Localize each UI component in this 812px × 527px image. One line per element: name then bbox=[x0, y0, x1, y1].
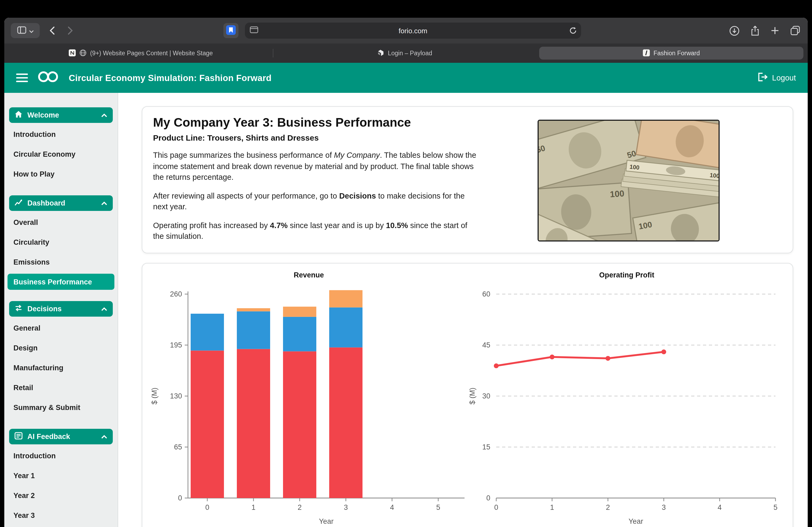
svg-text:130: 130 bbox=[170, 392, 182, 400]
sidebar-item-circular-economy[interactable]: Circular Economy bbox=[4, 144, 118, 164]
sidebar-item-business-performance[interactable]: Business Performance bbox=[8, 274, 114, 290]
app-header: Circular Economy Simulation: Fashion For… bbox=[4, 63, 808, 93]
section-label: Decisions bbox=[27, 305, 62, 313]
sidebar-section-dashboard: Dashboard Overall Circularity Emissions … bbox=[4, 195, 118, 290]
paragraph: Operating profit has increased by 4.7% s… bbox=[153, 220, 477, 242]
svg-text:$ (M): $ (M) bbox=[468, 388, 476, 405]
sidebar-header-dashboard[interactable]: Dashboard bbox=[9, 195, 113, 211]
sidebar-item-year-3[interactable]: Year 3 bbox=[4, 506, 118, 525]
tab-website-pages[interactable]: (9+) Website Pages Content | Website Sta… bbox=[9, 47, 273, 60]
sidebar: Welcome Introduction Circular Economy Ho… bbox=[4, 93, 118, 527]
feedback-icon bbox=[14, 432, 23, 441]
sidebar-header-welcome[interactable]: Welcome bbox=[9, 107, 113, 123]
sidebar-item-retail[interactable]: Retail bbox=[4, 378, 118, 398]
svg-text:100: 100 bbox=[610, 189, 625, 199]
fashion-forward-favicon bbox=[643, 49, 650, 57]
page-content: Welcome Introduction Circular Economy Ho… bbox=[4, 93, 808, 527]
bookmark-extension-button[interactable] bbox=[223, 23, 238, 38]
infinity-logo-icon bbox=[36, 70, 61, 85]
toolbar-right-controls bbox=[729, 26, 800, 36]
tab-label: Fashion Forward bbox=[654, 50, 700, 56]
svg-text:2: 2 bbox=[606, 503, 610, 511]
bookmark-extension-icon bbox=[226, 25, 236, 36]
svg-text:15: 15 bbox=[482, 443, 490, 451]
back-button[interactable] bbox=[49, 26, 55, 35]
downloads-button[interactable] bbox=[729, 26, 740, 36]
revenue-chart: Revenue 065130195260012345$ (M)Year bbox=[150, 270, 468, 527]
svg-text:3: 3 bbox=[662, 503, 666, 511]
sidebar-header-decisions[interactable]: Decisions bbox=[9, 301, 113, 317]
chevron-up-icon bbox=[101, 113, 107, 117]
share-button[interactable] bbox=[751, 26, 759, 36]
sidebar-header-ai-feedback[interactable]: AI Feedback bbox=[9, 429, 113, 445]
tabs-overview-button[interactable] bbox=[791, 26, 800, 35]
forward-button[interactable] bbox=[68, 26, 73, 35]
sidebar-item-year-1[interactable]: Year 1 bbox=[4, 466, 118, 486]
main-area: My Company Year 3: Business Performance … bbox=[118, 93, 808, 527]
tab-strip: (9+) Website Pages Content | Website Sta… bbox=[4, 44, 808, 63]
sidebar-section-decisions: Decisions General Design Manufacturing R… bbox=[4, 301, 118, 418]
chevron-down-icon bbox=[29, 27, 33, 35]
sidebar-item-summary-submit[interactable]: Summary & Submit bbox=[4, 398, 118, 418]
sidebar-toggle-button[interactable] bbox=[11, 23, 40, 38]
chevron-up-icon bbox=[101, 434, 107, 439]
chart-title: Operating Profit bbox=[468, 271, 786, 281]
svg-text:2: 2 bbox=[298, 503, 302, 511]
operating-profit-chart-plot: 015304560012345$ (M)Year bbox=[468, 281, 786, 527]
svg-text:4: 4 bbox=[717, 503, 722, 511]
url-text: forio.com bbox=[245, 27, 581, 35]
sidebar-item-manufacturing[interactable]: Manufacturing bbox=[4, 358, 118, 378]
sidebar-section-ai-feedback: AI Feedback Introduction Year 1 Year 2 Y… bbox=[4, 429, 118, 525]
sidebar-item-overall[interactable]: Overall bbox=[4, 212, 118, 232]
tab-login-payload[interactable]: Login – Payload bbox=[273, 47, 537, 60]
sidebar-section-welcome: Welcome Introduction Circular Economy Ho… bbox=[4, 107, 118, 184]
svg-text:195: 195 bbox=[170, 341, 182, 349]
browser-window: forio.com bbox=[4, 18, 808, 527]
chart-icon bbox=[14, 199, 23, 208]
chart-title: Revenue bbox=[150, 271, 468, 281]
sidebar-item-ai-introduction[interactable]: Introduction bbox=[4, 446, 118, 466]
svg-text:0: 0 bbox=[205, 503, 209, 511]
charts-card: Revenue 065130195260012345$ (M)Year Oper… bbox=[142, 263, 793, 527]
paragraph: After reviewing all aspects of your perf… bbox=[153, 190, 477, 212]
svg-text:1: 1 bbox=[550, 503, 554, 511]
svg-text:5: 5 bbox=[436, 503, 440, 511]
sidebar-icon bbox=[17, 26, 26, 35]
paragraph: This page summarizes the business perfor… bbox=[153, 150, 477, 183]
svg-text:100: 100 bbox=[629, 163, 640, 171]
tab-label: Login – Payload bbox=[388, 50, 432, 56]
section-label: Dashboard bbox=[27, 199, 65, 207]
section-label: Welcome bbox=[27, 111, 59, 119]
logout-icon bbox=[757, 73, 768, 83]
sidebar-item-year-2[interactable]: Year 2 bbox=[4, 486, 118, 506]
sidebar-item-general[interactable]: General bbox=[4, 318, 118, 338]
menu-button[interactable] bbox=[16, 74, 28, 82]
page-icon[interactable] bbox=[250, 26, 258, 35]
svg-text:0: 0 bbox=[494, 503, 498, 511]
screen: forio.com bbox=[0, 0, 812, 527]
svg-text:3: 3 bbox=[344, 503, 348, 511]
sidebar-item-emissions[interactable]: Emissions bbox=[4, 252, 118, 272]
svg-text:Year: Year bbox=[628, 517, 643, 525]
decisions-icon bbox=[14, 304, 23, 313]
address-bar[interactable]: forio.com bbox=[245, 22, 581, 39]
intro-card: My Company Year 3: Business Performance … bbox=[142, 106, 793, 253]
svg-text:5: 5 bbox=[773, 503, 777, 511]
svg-text:60: 60 bbox=[482, 290, 490, 298]
sidebar-item-design[interactable]: Design bbox=[4, 338, 118, 358]
sidebar-item-circularity[interactable]: Circularity bbox=[4, 232, 118, 252]
sidebar-item-how-to-play[interactable]: How to Play bbox=[4, 164, 118, 184]
tab-label: (9+) Website Pages Content | Website Sta… bbox=[90, 50, 213, 56]
browser-toolbar: forio.com bbox=[4, 18, 808, 44]
sidebar-item-introduction[interactable]: Introduction bbox=[4, 124, 118, 144]
reload-button[interactable] bbox=[569, 27, 577, 34]
tab-fashion-forward[interactable]: Fashion Forward bbox=[539, 47, 803, 60]
new-tab-button[interactable] bbox=[771, 26, 779, 35]
svg-text:4: 4 bbox=[390, 503, 394, 511]
home-icon bbox=[14, 110, 23, 120]
chevron-up-icon bbox=[101, 201, 107, 205]
history-controls bbox=[49, 26, 73, 35]
svg-text:$ (M): $ (M) bbox=[150, 388, 158, 405]
logout-button[interactable]: Logout bbox=[757, 73, 796, 83]
svg-text:65: 65 bbox=[174, 443, 182, 451]
